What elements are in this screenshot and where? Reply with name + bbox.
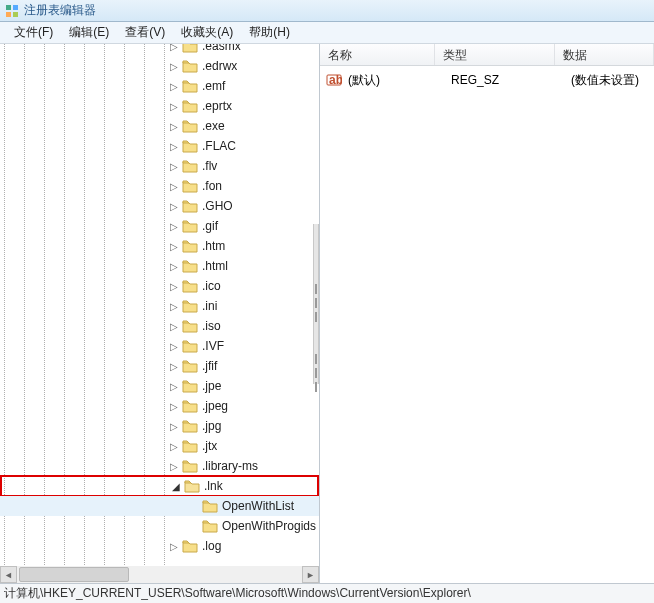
list-header: 名称 类型 数据	[320, 44, 654, 66]
svg-rect-0	[6, 5, 11, 10]
chevron-right-icon[interactable]: ▷	[168, 241, 180, 252]
tree-item-label: OpenWithProgids	[222, 519, 316, 533]
tree-item[interactable]: ▷.htm	[0, 236, 319, 256]
folder-icon	[202, 499, 218, 513]
tree-item[interactable]: ▷.IVF	[0, 336, 319, 356]
tree-item[interactable]: ▷.eprtx	[0, 96, 319, 116]
folder-icon	[182, 79, 198, 93]
pane-splitter[interactable]	[313, 224, 319, 384]
folder-icon	[182, 439, 198, 453]
chevron-right-icon[interactable]: ▷	[168, 341, 180, 352]
tree-item-label: .edrwx	[202, 59, 237, 73]
tree-horizontal-scrollbar[interactable]: ◄ ►	[0, 566, 319, 583]
tree-item-label: .flv	[202, 159, 217, 173]
chevron-right-icon[interactable]: ▷	[168, 61, 180, 72]
tree-item[interactable]: ▷.flv	[0, 156, 319, 176]
chevron-right-icon[interactable]: ▷	[168, 81, 180, 92]
chevron-right-icon[interactable]: ▷	[168, 401, 180, 412]
tree-item[interactable]: ▷.exe	[0, 116, 319, 136]
tree-item[interactable]: ▷.jpe	[0, 376, 319, 396]
chevron-right-icon[interactable]: ▷	[168, 421, 180, 432]
tree-item[interactable]: ▷.emf	[0, 76, 319, 96]
tree-item[interactable]: ▷.iso	[0, 316, 319, 336]
scroll-right-button[interactable]: ►	[302, 566, 319, 583]
tree-item[interactable]: ▷.jpg	[0, 416, 319, 436]
tree-item[interactable]: ▷.GHO	[0, 196, 319, 216]
menu-file[interactable]: 文件(F)	[6, 22, 61, 43]
tree-item[interactable]: OpenWithProgids	[0, 516, 319, 536]
tree-item[interactable]: ▷.FLAC	[0, 136, 319, 156]
chevron-right-icon[interactable]: ▷	[168, 44, 180, 52]
tree-item[interactable]: ▷.fon	[0, 176, 319, 196]
tree-item[interactable]: ▷.easmx	[0, 44, 319, 56]
chevron-right-icon[interactable]: ▷	[168, 141, 180, 152]
chevron-right-icon[interactable]: ▷	[168, 261, 180, 272]
tree-item[interactable]: ▷.log	[0, 536, 319, 556]
chevron-right-icon[interactable]: ▷	[168, 121, 180, 132]
menu-favorites[interactable]: 收藏夹(A)	[173, 22, 241, 43]
tree-item[interactable]: ▷.library-ms	[0, 456, 319, 476]
chevron-right-icon[interactable]: ▷	[168, 181, 180, 192]
folder-icon	[182, 259, 198, 273]
tree-item-label: .log	[202, 539, 221, 553]
scroll-thumb[interactable]	[19, 567, 129, 582]
tree-item[interactable]: OpenWithList	[0, 496, 319, 516]
folder-icon	[182, 44, 198, 53]
chevron-right-icon[interactable]: ▷	[168, 461, 180, 472]
column-header-name[interactable]: 名称	[320, 44, 435, 65]
tree-item[interactable]: ▷.jpeg	[0, 396, 319, 416]
folder-icon	[182, 419, 198, 433]
chevron-right-icon[interactable]: ▷	[168, 161, 180, 172]
menu-view[interactable]: 查看(V)	[117, 22, 173, 43]
tree-item-label: .eprtx	[202, 99, 232, 113]
tree-item-label: OpenWithList	[222, 499, 294, 513]
chevron-down-icon[interactable]: ◢	[170, 481, 182, 492]
tree-item[interactable]: ▷.jfif	[0, 356, 319, 376]
list-row[interactable]: ab (默认) REG_SZ (数值未设置)	[320, 70, 654, 90]
title-bar: 注册表编辑器	[0, 0, 654, 22]
tree-item-label: .jpe	[202, 379, 221, 393]
column-header-type[interactable]: 类型	[435, 44, 555, 65]
tree-item[interactable]: ▷.gif	[0, 216, 319, 236]
tree-item[interactable]: ▷.html	[0, 256, 319, 276]
column-header-data[interactable]: 数据	[555, 44, 654, 65]
value-name: (默认)	[346, 72, 449, 89]
folder-icon	[202, 519, 218, 533]
chevron-right-icon[interactable]: ▷	[168, 321, 180, 332]
tree-item[interactable]: ▷.jtx	[0, 436, 319, 456]
tree-item-label: .easmx	[202, 44, 241, 53]
menu-edit[interactable]: 编辑(E)	[61, 22, 117, 43]
folder-icon	[182, 399, 198, 413]
chevron-right-icon[interactable]: ▷	[168, 441, 180, 452]
chevron-right-icon[interactable]: ▷	[168, 201, 180, 212]
string-value-icon: ab	[326, 72, 342, 88]
tree-item[interactable]: ▷.ico	[0, 276, 319, 296]
chevron-right-icon[interactable]: ▷	[168, 281, 180, 292]
tree-item-label: .jfif	[202, 359, 217, 373]
chevron-right-icon[interactable]: ▷	[168, 221, 180, 232]
tree-item-label: .emf	[202, 79, 225, 93]
scroll-left-button[interactable]: ◄	[0, 566, 17, 583]
folder-icon	[182, 459, 198, 473]
chevron-right-icon[interactable]: ▷	[168, 361, 180, 372]
folder-icon	[182, 159, 198, 173]
chevron-right-icon[interactable]: ▷	[168, 381, 180, 392]
tree-item[interactable]: ▷.ini	[0, 296, 319, 316]
folder-icon	[182, 539, 198, 553]
chevron-right-icon[interactable]: ▷	[168, 101, 180, 112]
folder-icon	[182, 239, 198, 253]
tree-item[interactable]: ▷.edrwx	[0, 56, 319, 76]
tree-item-label: .ini	[202, 299, 217, 313]
chevron-right-icon[interactable]: ▷	[168, 301, 180, 312]
svg-text:ab: ab	[329, 73, 342, 87]
folder-icon	[182, 299, 198, 313]
value-type: REG_SZ	[449, 73, 569, 87]
tree-item-label: .iso	[202, 319, 221, 333]
menu-help[interactable]: 帮助(H)	[241, 22, 298, 43]
scroll-track[interactable]	[17, 566, 302, 583]
tree-item-label: .GHO	[202, 199, 233, 213]
status-path: 计算机\HKEY_CURRENT_USER\Software\Microsoft…	[4, 585, 471, 602]
tree-item-label: .lnk	[204, 479, 223, 493]
chevron-right-icon[interactable]: ▷	[168, 541, 180, 552]
tree-item[interactable]: ◢.lnk	[0, 475, 319, 497]
